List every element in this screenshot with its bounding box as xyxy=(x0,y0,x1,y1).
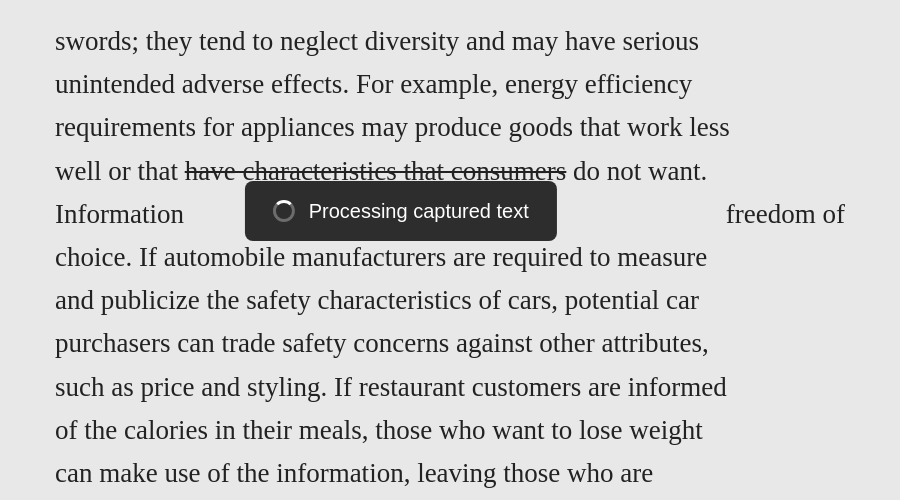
processing-label: Processing captured text xyxy=(309,195,529,227)
line1: swords; they tend to neglect diversity a… xyxy=(55,26,699,56)
spinner-icon xyxy=(273,200,295,222)
line7: and publicize the safety characteristics… xyxy=(55,285,699,315)
line5-start: Information xyxy=(55,199,184,229)
line10: of the calories in their meals, those wh… xyxy=(55,415,703,445)
line6: choice. If automobile manufacturers are … xyxy=(55,242,707,272)
line5: Information Processing captured text fre… xyxy=(55,199,611,229)
line3: requirements for appliances may produce … xyxy=(55,112,730,142)
line8: purchasers can trade safety concerns aga… xyxy=(55,328,709,358)
line9: such as price and styling. If restaurant… xyxy=(55,372,727,402)
text-container: swords; they tend to neglect diversity a… xyxy=(0,0,900,500)
line4-start: well or that xyxy=(55,156,185,186)
processing-popup: Processing captured text xyxy=(245,181,557,241)
line5-end: freedom of xyxy=(726,193,845,236)
line11: can make use of the information, leaving… xyxy=(55,458,653,488)
text-content: swords; they tend to neglect diversity a… xyxy=(55,20,845,495)
line2: unintended adverse effects. For example,… xyxy=(55,69,692,99)
line4-end: do not want. xyxy=(566,156,707,186)
